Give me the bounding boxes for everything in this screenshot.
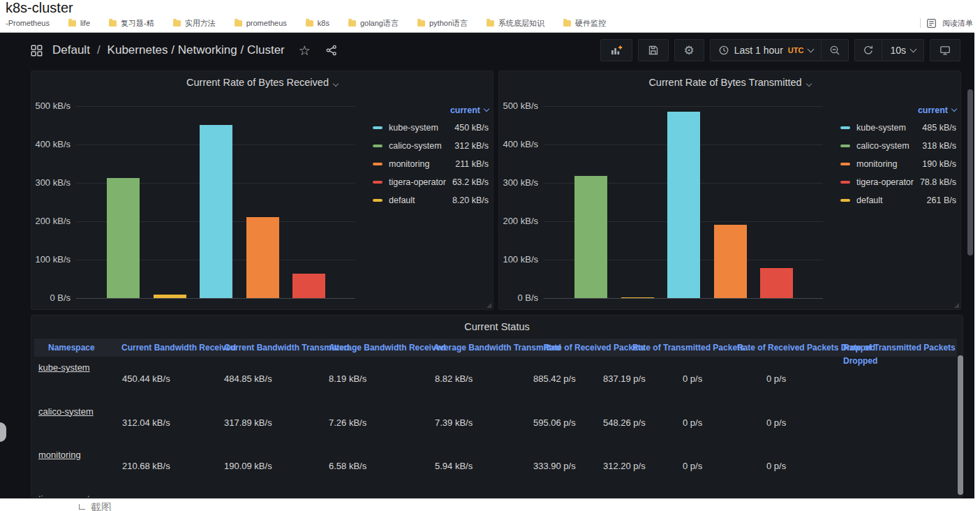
breadcrumb-folder[interactable]: Default bbox=[52, 43, 90, 57]
y-axis-tick: 400 kB/s bbox=[35, 139, 70, 150]
breadcrumb-dashboard-title[interactable]: Kubernetes / Networking / Cluster bbox=[107, 43, 285, 57]
table-cell: 0 p/s bbox=[766, 417, 786, 428]
legend-value: 485 kB/s bbox=[922, 123, 956, 133]
bookmark-item[interactable]: python语言 bbox=[417, 18, 468, 29]
legend-label[interactable]: monitoring bbox=[856, 159, 897, 169]
namespace-link[interactable]: monitoring bbox=[38, 450, 81, 460]
bookmark-label: -Prometheus bbox=[6, 19, 50, 27]
column-header[interactable]: Rate of Transmitted Packets Dropped bbox=[843, 341, 963, 368]
breadcrumb-separator: / bbox=[97, 43, 101, 57]
share-icon[interactable] bbox=[326, 45, 337, 56]
chevron-down-icon bbox=[808, 45, 815, 52]
dashboard-settings-button[interactable]: ⚙ bbox=[674, 39, 704, 61]
namespace-link[interactable]: kube-system bbox=[38, 362, 90, 373]
y-axis-tick: 300 kB/s bbox=[35, 177, 70, 188]
legend-sort-current[interactable]: current bbox=[838, 102, 956, 119]
grid-icon[interactable] bbox=[31, 45, 43, 57]
left-edge-widget[interactable] bbox=[0, 422, 6, 442]
table-title: Current Status bbox=[31, 321, 963, 332]
namespace-link[interactable]: tigera-operator bbox=[38, 494, 98, 498]
save-dashboard-button[interactable] bbox=[638, 39, 669, 61]
legend-label[interactable]: kube-system bbox=[856, 123, 906, 133]
namespace-link[interactable]: calico-system bbox=[38, 406, 94, 417]
bookmark-item[interactable]: k8s bbox=[306, 19, 329, 27]
refresh-button[interactable] bbox=[855, 40, 882, 61]
column-header[interactable]: Namespace bbox=[48, 341, 95, 355]
chevron-down-icon bbox=[805, 81, 811, 87]
y-axis: 500 kB/s400 kB/s300 kB/s200 kB/s100 kB/s… bbox=[499, 71, 538, 309]
legend-item: kube-system450 kB/s bbox=[370, 119, 489, 137]
legend-value: 261 B/s bbox=[927, 195, 956, 205]
chevron-down-icon bbox=[951, 106, 957, 112]
legend-label[interactable]: calico-system bbox=[856, 141, 910, 151]
bookmark-item[interactable]: 复习题-精 bbox=[109, 18, 154, 29]
column-header[interactable]: Average Bandwidth Transmitted bbox=[433, 341, 561, 355]
column-header[interactable]: Rate of Received Packets bbox=[544, 341, 645, 355]
bar-monitoring bbox=[246, 217, 279, 298]
column-header[interactable]: Average Bandwidth Received bbox=[329, 341, 446, 355]
bookmark-label: life bbox=[80, 19, 90, 27]
panel-resize-handle[interactable] bbox=[487, 303, 491, 308]
bookmark-item[interactable]: -Prometheus bbox=[6, 19, 50, 27]
legend-label[interactable]: default bbox=[389, 195, 415, 205]
legend-value: 312 kB/s bbox=[454, 141, 489, 151]
table-cell: 7.26 kB/s bbox=[329, 417, 366, 428]
legend-label[interactable]: tigera-operator bbox=[389, 177, 446, 187]
star-icon[interactable]: ☆ bbox=[299, 44, 311, 57]
table-cell: 0 p/s bbox=[766, 461, 786, 471]
bookmark-label: prometheus bbox=[246, 19, 287, 27]
bookmark-label: golang语言 bbox=[360, 18, 399, 29]
gridline bbox=[544, 106, 823, 107]
bookmark-item[interactable]: life bbox=[68, 19, 90, 27]
folder-icon bbox=[68, 20, 76, 27]
monitor-icon bbox=[940, 45, 951, 56]
column-header[interactable]: Current Bandwidth Received bbox=[121, 341, 236, 355]
bookmark-label: k8s bbox=[318, 19, 329, 27]
legend-sort-current[interactable]: current bbox=[370, 102, 489, 119]
divider bbox=[920, 18, 921, 28]
tv-mode-button[interactable] bbox=[930, 39, 960, 61]
bar-calico-system bbox=[107, 178, 140, 298]
table-cell: 450.44 kB/s bbox=[122, 373, 170, 384]
gear-icon: ⚙ bbox=[684, 45, 695, 57]
legend-swatch bbox=[840, 145, 850, 147]
add-panel-button[interactable] bbox=[600, 39, 632, 61]
time-range-picker[interactable]: Last 1 hour UTC bbox=[711, 40, 822, 61]
refresh-controls: 10s bbox=[854, 39, 924, 61]
chevron-down-icon bbox=[333, 81, 339, 87]
breadcrumb: Default / Kubernetes / Networking / Clus… bbox=[31, 33, 337, 68]
bookmark-item[interactable]: 硬件监控 bbox=[563, 18, 606, 29]
panel-title-bytes-transmitted[interactable]: Current Rate of Bytes Transmitted bbox=[499, 77, 960, 88]
table-scrollbar[interactable] bbox=[958, 355, 963, 495]
legend-swatch bbox=[373, 181, 383, 184]
legend-label[interactable]: calico-system bbox=[389, 141, 442, 151]
legend-label[interactable]: default bbox=[856, 195, 883, 205]
bookmark-item[interactable]: golang语言 bbox=[348, 18, 399, 29]
legend-label[interactable]: tigera-operator bbox=[856, 177, 914, 187]
bookmark-item[interactable]: 实用方法 bbox=[173, 18, 216, 29]
legend-item: default261 B/s bbox=[838, 191, 956, 209]
dashboard-scrollbar[interactable] bbox=[967, 89, 973, 256]
bar-kube-system bbox=[200, 125, 232, 298]
table-cell: 885.42 p/s bbox=[533, 373, 576, 384]
legend-item: calico-system318 kB/s bbox=[838, 137, 956, 155]
bookmark-item[interactable]: prometheus bbox=[235, 19, 287, 27]
refresh-interval-dropdown[interactable]: 10s bbox=[882, 40, 923, 61]
folder-icon bbox=[348, 20, 356, 27]
table-cell: 0 p/s bbox=[683, 417, 702, 428]
folder-icon bbox=[487, 20, 494, 27]
bookmark-label: python语言 bbox=[429, 18, 468, 29]
y-axis-tick: 200 kB/s bbox=[35, 216, 70, 227]
legend-label[interactable]: kube-system bbox=[389, 123, 438, 133]
reading-list-button[interactable]: 阅读清单 bbox=[942, 18, 973, 29]
panel-title-bytes-received[interactable]: Current Rate of Bytes Received bbox=[31, 77, 493, 88]
legend-value: 63.2 kB/s bbox=[452, 177, 489, 187]
table-cell: 0 p/s bbox=[683, 461, 702, 471]
column-header[interactable]: Rate of Transmitted Packets bbox=[632, 341, 745, 355]
panel-title-text: Current Rate of Bytes Received bbox=[186, 77, 329, 88]
zoom-out-button[interactable] bbox=[822, 40, 848, 61]
bookmark-item[interactable]: 系统底层知识 bbox=[487, 18, 544, 29]
screenshot-root: { "page": { "title": "k8s-cluster", "bot… bbox=[0, 0, 980, 511]
legend-label[interactable]: monitoring bbox=[389, 159, 429, 169]
panel-resize-handle[interactable] bbox=[954, 303, 959, 308]
